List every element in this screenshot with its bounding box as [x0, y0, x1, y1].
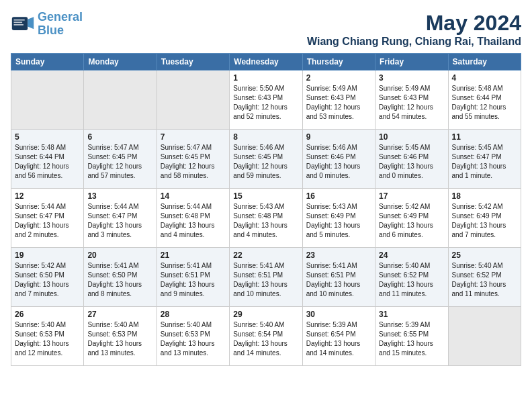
- calendar-cell: 16Sunrise: 5:43 AM Sunset: 6:49 PM Dayli…: [302, 189, 375, 248]
- day-number: 27: [87, 310, 152, 319]
- day-number: 24: [379, 250, 444, 260]
- header-friday: Friday: [375, 54, 448, 71]
- day-info: Sunrise: 5:40 AM Sunset: 6:53 PM Dayligh…: [87, 320, 152, 358]
- day-number: 28: [161, 310, 226, 319]
- day-info: Sunrise: 5:41 AM Sunset: 6:50 PM Dayligh…: [87, 261, 152, 299]
- day-number: 17: [379, 191, 444, 201]
- calendar-cell: 30Sunrise: 5:39 AM Sunset: 6:54 PM Dayli…: [302, 307, 375, 366]
- day-number: 1: [233, 73, 298, 83]
- day-info: Sunrise: 5:40 AM Sunset: 6:53 PM Dayligh…: [161, 320, 226, 358]
- calendar-cell: [11, 71, 84, 130]
- day-number: 3: [379, 73, 444, 83]
- day-info: Sunrise: 5:45 AM Sunset: 6:46 PM Dayligh…: [379, 143, 444, 181]
- calendar-cell: 23Sunrise: 5:41 AM Sunset: 6:51 PM Dayli…: [302, 248, 375, 307]
- calendar-cell: 11Sunrise: 5:45 AM Sunset: 6:47 PM Dayli…: [448, 130, 521, 189]
- calendar-cell: 28Sunrise: 5:40 AM Sunset: 6:53 PM Dayli…: [157, 307, 229, 366]
- day-info: Sunrise: 5:39 AM Sunset: 6:55 PM Dayligh…: [379, 320, 444, 358]
- calendar-cell: 31Sunrise: 5:39 AM Sunset: 6:55 PM Dayli…: [375, 307, 448, 366]
- day-number: 22: [233, 250, 298, 260]
- header-tuesday: Tuesday: [157, 54, 229, 71]
- calendar-cell: 13Sunrise: 5:44 AM Sunset: 6:47 PM Dayli…: [84, 189, 157, 248]
- calendar-cell: [448, 307, 521, 366]
- day-info: Sunrise: 5:42 AM Sunset: 6:49 PM Dayligh…: [379, 202, 444, 240]
- day-number: 6: [87, 132, 152, 142]
- day-number: 2: [306, 73, 371, 83]
- header-wednesday: Wednesday: [230, 54, 302, 71]
- day-info: Sunrise: 5:44 AM Sunset: 6:48 PM Dayligh…: [161, 202, 226, 240]
- day-number: 8: [233, 132, 298, 142]
- svg-rect-3: [14, 21, 23, 23]
- title-area: May 2024 Wiang Chiang Rung, Chiang Rai, …: [307, 11, 521, 48]
- day-number: 18: [452, 191, 517, 201]
- day-info: Sunrise: 5:42 AM Sunset: 6:50 PM Dayligh…: [15, 261, 80, 299]
- svg-rect-0: [12, 17, 28, 30]
- day-info: Sunrise: 5:44 AM Sunset: 6:47 PM Dayligh…: [15, 202, 80, 240]
- calendar-cell: 8Sunrise: 5:46 AM Sunset: 6:45 PM Daylig…: [230, 130, 302, 189]
- calendar-cell: 21Sunrise: 5:41 AM Sunset: 6:51 PM Dayli…: [157, 248, 229, 307]
- day-number: 12: [15, 191, 80, 201]
- calendar-cell: 1Sunrise: 5:50 AM Sunset: 6:43 PM Daylig…: [230, 71, 302, 130]
- logo-icon: [11, 12, 35, 36]
- day-number: 25: [452, 250, 517, 260]
- day-number: 23: [306, 250, 371, 260]
- day-info: Sunrise: 5:47 AM Sunset: 6:45 PM Dayligh…: [161, 143, 226, 181]
- calendar-cell: 12Sunrise: 5:44 AM Sunset: 6:47 PM Dayli…: [11, 189, 84, 248]
- calendar-cell: 27Sunrise: 5:40 AM Sunset: 6:53 PM Dayli…: [84, 307, 157, 366]
- calendar-week-3: 12Sunrise: 5:44 AM Sunset: 6:47 PM Dayli…: [11, 189, 521, 248]
- day-number: 15: [233, 191, 298, 201]
- calendar-cell: 6Sunrise: 5:47 AM Sunset: 6:45 PM Daylig…: [84, 130, 157, 189]
- calendar-cell: 2Sunrise: 5:49 AM Sunset: 6:43 PM Daylig…: [302, 71, 375, 130]
- calendar-cell: 20Sunrise: 5:41 AM Sunset: 6:50 PM Dayli…: [84, 248, 157, 307]
- day-info: Sunrise: 5:39 AM Sunset: 6:54 PM Dayligh…: [306, 320, 371, 358]
- day-info: Sunrise: 5:42 AM Sunset: 6:49 PM Dayligh…: [452, 202, 517, 240]
- day-info: Sunrise: 5:49 AM Sunset: 6:43 PM Dayligh…: [379, 84, 444, 122]
- header-thursday: Thursday: [302, 54, 375, 71]
- day-info: Sunrise: 5:43 AM Sunset: 6:49 PM Dayligh…: [306, 202, 371, 240]
- calendar-cell: 29Sunrise: 5:40 AM Sunset: 6:54 PM Dayli…: [230, 307, 302, 366]
- day-number: 11: [452, 132, 517, 142]
- svg-rect-2: [14, 19, 25, 21]
- calendar-cell: [84, 71, 157, 130]
- day-info: Sunrise: 5:50 AM Sunset: 6:43 PM Dayligh…: [233, 84, 298, 122]
- day-number: 26: [15, 310, 80, 319]
- calendar-cell: 18Sunrise: 5:42 AM Sunset: 6:49 PM Dayli…: [448, 189, 521, 248]
- day-info: Sunrise: 5:40 AM Sunset: 6:52 PM Dayligh…: [379, 261, 444, 299]
- day-number: 14: [161, 191, 226, 201]
- svg-marker-1: [28, 17, 34, 29]
- calendar-cell: 22Sunrise: 5:41 AM Sunset: 6:51 PM Dayli…: [230, 248, 302, 307]
- day-number: 13: [87, 191, 152, 201]
- logo-text: General Blue: [38, 11, 83, 38]
- day-info: Sunrise: 5:48 AM Sunset: 6:44 PM Dayligh…: [15, 143, 80, 181]
- day-number: 20: [87, 250, 152, 260]
- day-number: 21: [161, 250, 226, 260]
- day-number: 5: [15, 132, 80, 142]
- day-info: Sunrise: 5:44 AM Sunset: 6:47 PM Dayligh…: [87, 202, 152, 240]
- location-title: Wiang Chiang Rung, Chiang Rai, Thailand: [307, 36, 521, 48]
- calendar-week-2: 5Sunrise: 5:48 AM Sunset: 6:44 PM Daylig…: [11, 130, 521, 189]
- header-saturday: Saturday: [448, 54, 521, 71]
- day-number: 30: [306, 310, 371, 319]
- day-number: 19: [15, 250, 80, 260]
- day-info: Sunrise: 5:43 AM Sunset: 6:48 PM Dayligh…: [233, 202, 298, 240]
- calendar-week-4: 19Sunrise: 5:42 AM Sunset: 6:50 PM Dayli…: [11, 248, 521, 307]
- day-info: Sunrise: 5:40 AM Sunset: 6:54 PM Dayligh…: [233, 320, 298, 358]
- calendar-header-row: SundayMondayTuesdayWednesdayThursdayFrid…: [11, 54, 521, 71]
- day-info: Sunrise: 5:48 AM Sunset: 6:44 PM Dayligh…: [452, 84, 517, 122]
- header-sunday: Sunday: [11, 54, 84, 71]
- calendar-cell: 14Sunrise: 5:44 AM Sunset: 6:48 PM Dayli…: [157, 189, 229, 248]
- day-info: Sunrise: 5:40 AM Sunset: 6:52 PM Dayligh…: [452, 261, 517, 299]
- day-info: Sunrise: 5:46 AM Sunset: 6:45 PM Dayligh…: [233, 143, 298, 181]
- calendar-cell: 25Sunrise: 5:40 AM Sunset: 6:52 PM Dayli…: [448, 248, 521, 307]
- page-header: General Blue May 2024 Wiang Chiang Rung,…: [11, 11, 521, 48]
- day-info: Sunrise: 5:46 AM Sunset: 6:46 PM Dayligh…: [306, 143, 371, 181]
- calendar-week-1: 1Sunrise: 5:50 AM Sunset: 6:43 PM Daylig…: [11, 71, 521, 130]
- svg-rect-4: [14, 24, 24, 26]
- calendar-cell: 5Sunrise: 5:48 AM Sunset: 6:44 PM Daylig…: [11, 130, 84, 189]
- calendar-cell: [157, 71, 229, 130]
- day-info: Sunrise: 5:45 AM Sunset: 6:47 PM Dayligh…: [452, 143, 517, 181]
- calendar-cell: 9Sunrise: 5:46 AM Sunset: 6:46 PM Daylig…: [302, 130, 375, 189]
- logo: General Blue: [11, 11, 83, 38]
- calendar-cell: 10Sunrise: 5:45 AM Sunset: 6:46 PM Dayli…: [375, 130, 448, 189]
- calendar-table: SundayMondayTuesdayWednesdayThursdayFrid…: [11, 53, 521, 366]
- day-info: Sunrise: 5:41 AM Sunset: 6:51 PM Dayligh…: [161, 261, 226, 299]
